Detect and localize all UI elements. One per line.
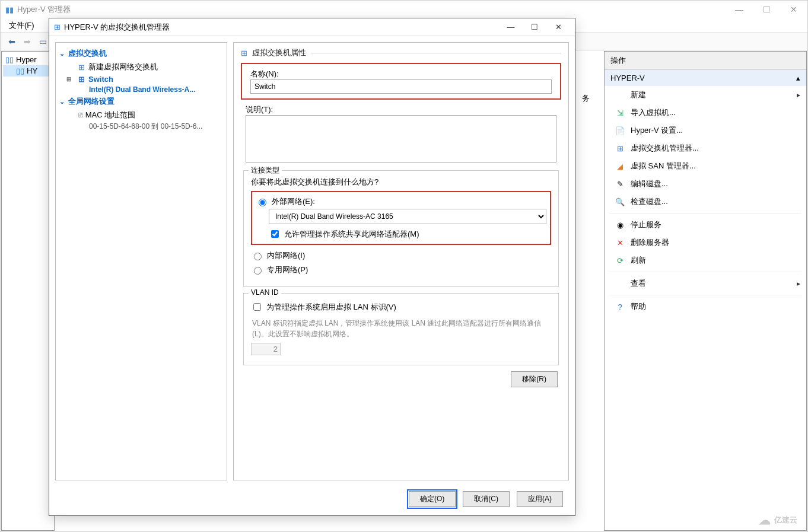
vswitch-icon: ⊞ <box>78 63 85 72</box>
vlan-id-input <box>251 343 281 355</box>
actions-panel: 操作 HYPER-V ▴ 新建 ▸ ⇲ 导入虚拟机... 📄 Hyper-V 设… <box>604 51 807 531</box>
watermark: ☁ 亿速云 <box>759 513 797 527</box>
submenu-arrow-icon: ▸ <box>797 279 800 288</box>
checkbox-enable-vlan[interactable]: 为管理操作系统启用虚拟 LAN 标识(V) <box>251 300 551 314</box>
server-icon: ▮▮ <box>5 5 14 14</box>
separator <box>609 213 801 214</box>
category-global-settings[interactable]: ⌄ 全局网络设置 <box>58 94 224 109</box>
action-refresh[interactable]: ⟳ 刷新 <box>605 251 806 269</box>
action-import-vm[interactable]: ⇲ 导入虚拟机... <box>605 104 806 122</box>
category-virtual-switches[interactable]: ⌄ 虚拟交换机 <box>58 46 224 60</box>
nav-back-icon[interactable]: ⬅ <box>5 35 18 48</box>
name-highlight-box: 名称(N): <box>241 63 561 100</box>
dialog-title: HYPER-V 的虚拟交换机管理器 <box>64 22 170 33</box>
nav-tree[interactable]: ▯▯ Hyper ▯▯ HY <box>1 51 55 531</box>
chevron-down-icon: ⌄ <box>59 98 65 106</box>
outer-titlebar: ▮▮ Hyper-V 管理器 — ☐ ✕ <box>1 1 807 18</box>
dialog-close-button[interactable]: ✕ <box>546 19 570 36</box>
server-icon: ▯▯ <box>16 66 24 75</box>
vlan-group: VLAN ID 为管理操作系统启用虚拟 LAN 标识(V) VLAN 标识符指定… <box>243 293 559 365</box>
menu-file[interactable]: 文件(F) <box>9 20 34 31</box>
switch-tree: ⌄ 虚拟交换机 ⊞ 新建虚拟网络交换机 ⊞ ⊞ Switch Intel(R) … <box>55 42 227 480</box>
edit-disk-icon: ✎ <box>615 179 625 189</box>
mac-range-value: 00-15-5D-64-68-00 到 00-15-5D-6... <box>58 122 224 133</box>
radio-private-input[interactable] <box>254 267 262 275</box>
tree-switch-adapter[interactable]: Intel(R) Dual Band Wireless-A... <box>58 85 224 94</box>
tree-mac-range[interactable]: ⎚ MAC 地址范围 <box>58 109 224 122</box>
tree-root[interactable]: ▯▯ Hyper <box>3 54 53 65</box>
vlan-help-text: VLAN 标识符指定虚拟 LAN，管理操作系统使用该 LAN 通过此网络适配器进… <box>252 318 550 339</box>
action-vswitch-manager[interactable]: ⊞ 虚拟交换机管理器... <box>605 139 806 157</box>
switch-properties-form: ⊞ 虚拟交换机属性 名称(N): 说明(T): 连接类型 你要将此虚拟交换机连接… <box>233 42 569 480</box>
stop-icon: ◉ <box>615 220 625 230</box>
radio-private[interactable]: 专用网络(P) <box>251 263 551 277</box>
action-remove-server[interactable]: ✕ 删除服务器 <box>605 234 806 251</box>
vswitch-manager-dialog: ⊞ HYPER-V 的虚拟交换机管理器 — ☐ ✕ ⌄ 虚拟交换机 ⊞ 新建虚拟… <box>49 18 575 516</box>
connection-prompt: 你要将此虚拟交换机连接到什么地方? <box>251 177 551 187</box>
action-edit-disk[interactable]: ✎ 编辑磁盘... <box>605 175 806 193</box>
separator <box>311 53 561 53</box>
outer-title: Hyper-V 管理器 <box>17 4 71 15</box>
separator <box>609 272 801 272</box>
refresh-icon: ⟳ <box>615 256 625 265</box>
radio-external-input[interactable] <box>259 199 266 206</box>
tree-host-node[interactable]: ▯▯ HY <box>3 65 53 77</box>
vswitch-icon: ⊞ <box>78 75 85 84</box>
nic-icon: ⎚ <box>78 110 83 119</box>
checkbox-enable-vlan-input[interactable] <box>253 303 261 311</box>
ok-button[interactable]: 确定(O) <box>409 491 456 507</box>
nav-forward-icon[interactable]: ➡ <box>21 35 34 48</box>
submenu-arrow-icon: ▸ <box>797 91 800 99</box>
action-new[interactable]: 新建 ▸ <box>605 86 806 104</box>
group-title: 连接类型 <box>249 165 282 176</box>
dialog-button-row: 确定(O) 取消(C) 应用(A) <box>49 486 575 515</box>
dialog-titlebar[interactable]: ⊞ HYPER-V 的虚拟交换机管理器 — ☐ ✕ <box>49 18 575 36</box>
switch-name-input[interactable] <box>250 79 552 94</box>
new-icon <box>615 90 625 100</box>
remove-button[interactable]: 移除(R) <box>511 371 558 387</box>
collapse-icon[interactable]: ▴ <box>796 74 800 82</box>
tree-switch-item[interactable]: ⊞ ⊞ Switch <box>58 74 224 85</box>
radio-internal[interactable]: 内部网络(I) <box>251 249 551 263</box>
name-label: 名称(N): <box>250 69 552 79</box>
tree-new-switch[interactable]: ⊞ 新建虚拟网络交换机 <box>58 60 224 74</box>
maximize-button[interactable]: ☐ <box>753 1 780 18</box>
actions-group-title[interactable]: HYPER-V ▴ <box>605 70 806 86</box>
group-title: VLAN ID <box>249 288 281 297</box>
action-view[interactable]: 查看 ▸ <box>605 275 806 292</box>
settings-icon: 📄 <box>615 126 625 135</box>
cancel-button[interactable]: 取消(C) <box>463 491 510 507</box>
server-icon: ▯▯ <box>5 55 14 64</box>
toolbar-button[interactable]: ▭ <box>36 35 49 48</box>
expander-icon[interactable]: ⊞ <box>66 76 71 82</box>
action-san-manager[interactable]: ◢ 虚拟 SAN 管理器... <box>605 157 806 175</box>
vswitch-icon: ⊞ <box>615 144 625 153</box>
action-stop-service[interactable]: ◉ 停止服务 <box>605 216 806 234</box>
checkbox-allow-mgmt-os-input[interactable] <box>271 230 279 238</box>
minimize-button[interactable]: — <box>726 1 753 18</box>
connection-type-group: 连接类型 你要将此虚拟交换机连接到什么地方? 外部网络(E): Intel(R)… <box>243 170 559 287</box>
vswitch-icon: ⊞ <box>54 23 61 31</box>
external-adapter-select[interactable]: Intel(R) Dual Band Wireless-AC 3165 <box>269 209 546 224</box>
view-icon <box>615 279 625 288</box>
import-icon: ⇲ <box>615 108 625 117</box>
action-inspect-disk[interactable]: 🔍 检查磁盘... <box>605 193 806 211</box>
cloud-icon: ☁ <box>759 513 771 527</box>
san-icon: ◢ <box>615 161 625 171</box>
radio-external[interactable]: 外部网络(E): <box>256 195 546 209</box>
truncated-label: 务 <box>582 93 590 104</box>
close-button[interactable]: ✕ <box>780 1 807 18</box>
radio-internal-input[interactable] <box>254 253 262 260</box>
action-hyperv-settings[interactable]: 📄 Hyper-V 设置... <box>605 122 806 139</box>
dialog-minimize-button[interactable]: — <box>499 19 523 36</box>
dialog-maximize-button[interactable]: ☐ <box>523 19 546 36</box>
delete-icon: ✕ <box>615 238 625 247</box>
checkbox-allow-mgmt-os[interactable]: 允许管理操作系统共享此网络适配器(M) <box>269 227 546 241</box>
actions-header: 操作 <box>605 52 806 70</box>
external-highlight-box: 外部网络(E): Intel(R) Dual Band Wireless-AC … <box>251 191 551 245</box>
switch-description-input[interactable] <box>246 115 556 163</box>
apply-button[interactable]: 应用(A) <box>517 491 563 507</box>
inspect-disk-icon: 🔍 <box>615 197 625 206</box>
help-icon: ? <box>615 302 625 311</box>
action-help[interactable]: ? 帮助 <box>605 298 806 316</box>
